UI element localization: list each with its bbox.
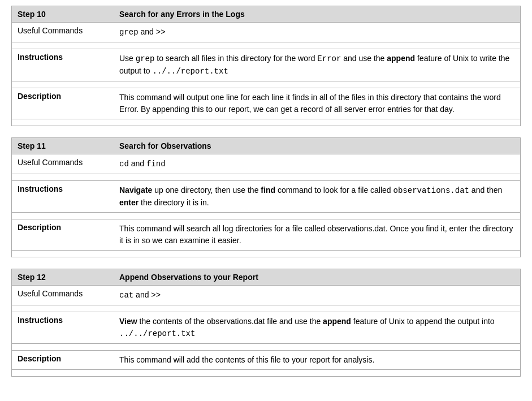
step-header-step12: Step 12Append Observations to your Repor… <box>11 269 521 286</box>
spacer <box>11 251 521 257</box>
instructions-label-step11: Instructions <box>18 184 119 193</box>
inline-code: find <box>146 159 166 169</box>
instructions-label-step12: Instructions <box>18 316 119 325</box>
inline-code: cat <box>119 291 133 300</box>
spacer <box>11 119 521 126</box>
inline-text: and <box>129 159 146 168</box>
description-label-step10: Description <box>18 92 119 101</box>
useful-commands-row-step11: Useful Commandscd and find <box>11 154 521 174</box>
inline-text: and <box>133 290 151 299</box>
useful-commands-content-step11: cd and find <box>119 158 514 170</box>
inline-code: >> <box>156 28 166 37</box>
spacer <box>11 344 521 351</box>
description-label-step11: Description <box>18 223 119 232</box>
useful-commands-label-step12: Useful Commands <box>18 289 119 298</box>
description-content-step12: This command will add the contents of th… <box>119 354 514 366</box>
useful-commands-row-step10: Useful Commandsgrep and >> <box>11 23 521 42</box>
spacer <box>11 42 521 49</box>
spacer <box>11 213 521 219</box>
inline-code: cd <box>119 159 129 169</box>
step-label-step10: Step 10 <box>18 10 119 19</box>
step-section-step12: Step 12Append Observations to your Repor… <box>11 269 521 377</box>
useful-commands-label-step11: Useful Commands <box>18 158 119 167</box>
inline-code: grep <box>119 28 139 37</box>
step-label-step11: Step 11 <box>18 141 119 150</box>
useful-commands-row-step12: Useful Commandscat and >> <box>11 286 521 305</box>
useful-commands-content-step10: grep and >> <box>119 26 514 38</box>
spacer <box>11 81 521 88</box>
description-content-step11: This command will search all log directo… <box>119 223 514 247</box>
step-section-step10: Step 10Search for any Errors in the Logs… <box>11 6 521 126</box>
spacer <box>11 174 521 181</box>
instructions-row-step11: InstructionsNavigate up one directory, t… <box>11 181 521 213</box>
step-title-step10: Search for any Errors in the Logs <box>119 10 245 19</box>
inline-code: >> <box>151 291 161 300</box>
description-row-step11: DescriptionThis command will search all … <box>11 219 521 251</box>
instructions-row-step12: InstructionsView the contents of the obs… <box>11 312 521 344</box>
instructions-content-step11: Navigate up one directory, then use the … <box>119 184 514 209</box>
inline-text: and <box>139 27 156 36</box>
step-header-step10: Step 10Search for any Errors in the Logs <box>11 6 521 23</box>
useful-commands-content-step12: cat and >> <box>119 289 514 301</box>
description-content-step10: This command will output one line for ea… <box>119 92 514 115</box>
instructions-content-step12: View the contents of the observations.da… <box>119 316 514 340</box>
step-section-step11: Step 11Search for ObservationsUseful Com… <box>11 137 521 257</box>
step-title-step11: Search for Observations <box>119 141 211 150</box>
spacer <box>11 370 521 377</box>
instructions-content-step10: Use grep to search all files in this dir… <box>119 53 514 77</box>
description-label-step12: Description <box>18 354 119 363</box>
spacer <box>11 305 521 312</box>
step-title-step12: Append Observations to your Report <box>119 273 258 282</box>
description-row-step12: DescriptionThis command will add the con… <box>11 351 521 370</box>
step-header-step11: Step 11Search for Observations <box>11 137 521 154</box>
description-row-step10: DescriptionThis command will output one … <box>11 88 521 119</box>
useful-commands-label-step10: Useful Commands <box>18 26 119 35</box>
main-content: Step 10Search for any Errors in the Logs… <box>11 6 521 377</box>
instructions-label-step10: Instructions <box>18 53 119 62</box>
step-label-step12: Step 12 <box>18 273 119 282</box>
instructions-row-step10: InstructionsUse grep to search all files… <box>11 49 521 81</box>
